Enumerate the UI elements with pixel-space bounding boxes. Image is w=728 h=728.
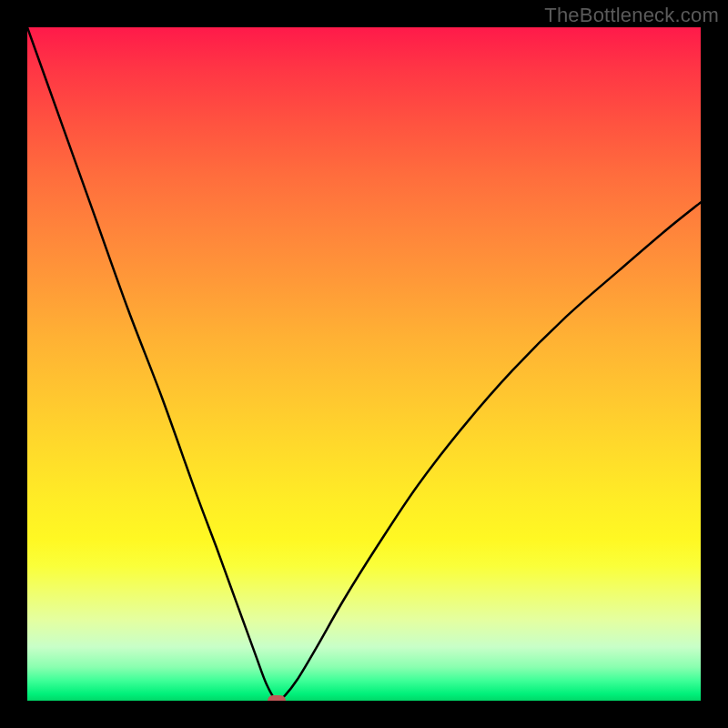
bottleneck-curve [27,27,701,701]
optimal-marker [268,695,286,701]
chart-frame: TheBottleneck.com [0,0,728,728]
plot-area [27,27,701,701]
watermark-text: TheBottleneck.com [544,4,719,27]
